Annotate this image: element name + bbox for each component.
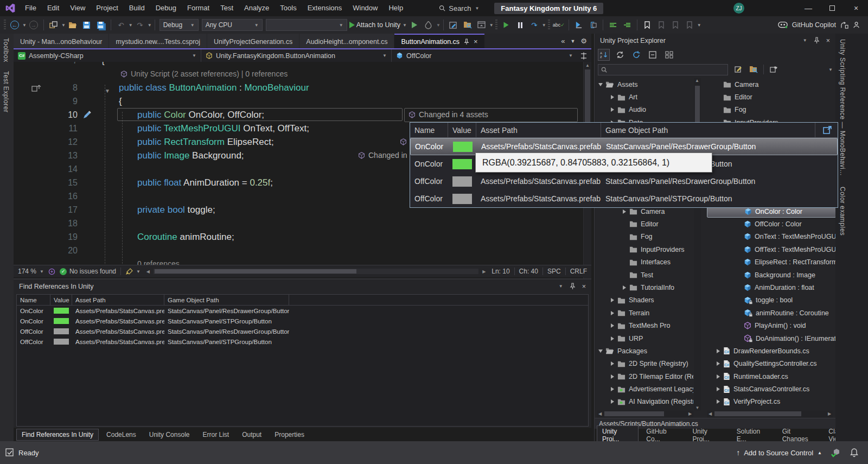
folder-tree-item[interactable]: 2D Tilemap Editor (Regis xyxy=(595,370,693,383)
contents-tree-item[interactable]: Editor xyxy=(707,91,836,103)
color-swatch[interactable] xyxy=(453,142,473,152)
bottom-tab-find-references-in-unity[interactable]: Find References In Unity xyxy=(16,429,99,441)
document-tab[interactable]: AudioHeight...omponent.cs xyxy=(299,34,394,48)
chevron-down-icon[interactable]: ▼ xyxy=(22,23,27,28)
chevron-right-icon[interactable] xyxy=(609,107,616,112)
table-column-header[interactable]: Asset Path xyxy=(72,295,164,305)
whitespace-indicator[interactable]: SPC xyxy=(543,268,565,275)
increase-indent-icon[interactable] xyxy=(621,18,634,31)
scroll-right-icon[interactable]: ▶ xyxy=(481,269,487,274)
code-cleanup-icon[interactable]: ▼ xyxy=(121,268,145,275)
contents-tree-item[interactable]: C#VerifyProject.cs xyxy=(707,396,836,408)
contents-tree-item[interactable]: toggle : bool xyxy=(707,294,836,307)
folder-tree-item[interactable]: Assets xyxy=(595,78,693,91)
contents-tree-item[interactable]: ElipseRect : RectTransform xyxy=(707,256,836,268)
copilot-label[interactable]: GitHub Copilot xyxy=(792,21,836,29)
navigate-back-button[interactable]: ← xyxy=(8,18,21,31)
chevron-right-icon[interactable] xyxy=(714,387,722,391)
folder-tree-item[interactable]: URP xyxy=(595,332,693,345)
color-swatch[interactable] xyxy=(54,308,69,314)
contents-tree-item[interactable]: OnText : TextMeshProUGUI xyxy=(707,231,836,243)
reference-row[interactable]: OffColorAssets/Prefabs/StatsCanvas.prefa… xyxy=(17,326,588,336)
column-indicator[interactable]: Ch: 40 xyxy=(515,268,542,275)
navigate-forward-button[interactable]: → xyxy=(27,18,40,31)
menu-analyze[interactable]: Analyze xyxy=(239,0,275,16)
eol-indicator[interactable]: CRLF xyxy=(566,268,591,275)
pin-icon[interactable] xyxy=(814,37,820,44)
bottom-tab-unity-console[interactable]: Unity Console xyxy=(144,429,195,441)
tree-horizontal-scrollbar[interactable]: ◀▶ xyxy=(597,410,693,417)
edit-window-icon[interactable] xyxy=(447,18,460,31)
bottom-tab-properties[interactable]: Properties xyxy=(269,429,310,441)
health-indicator[interactable]: ✓No issues found xyxy=(55,268,120,275)
folder-tree-item[interactable]: Advertisement Legacy (R xyxy=(595,383,693,395)
gear-icon[interactable]: ⚙ xyxy=(580,37,587,45)
color-swatch[interactable] xyxy=(54,339,69,345)
folder-tree-item[interactable]: 2D Sprite (Registry) xyxy=(595,358,693,370)
menu-window[interactable]: Window xyxy=(347,0,383,16)
chevron-right-icon[interactable] xyxy=(609,387,616,391)
scroll-tabs-icon[interactable]: « xyxy=(561,37,565,45)
code-line[interactable]: 18 xyxy=(14,217,583,230)
contents-horizontal-scrollbar[interactable]: ◀▶ xyxy=(707,410,833,417)
code-line[interactable]: 7{ xyxy=(14,62,583,67)
run-tests-icon[interactable] xyxy=(500,18,513,31)
contents-tree-item[interactable]: Fog xyxy=(707,104,836,116)
codelens-text[interactable]: Unity Script (2 asset references) | 0 re… xyxy=(120,67,288,82)
clear-bookmarks-icon[interactable] xyxy=(683,18,696,31)
close-icon[interactable]: × xyxy=(826,37,830,45)
table-column-header[interactable]: Value xyxy=(50,295,72,305)
start-without-debugging-button[interactable] xyxy=(408,18,421,31)
repeat-run-icon[interactable]: ↷ xyxy=(528,18,541,31)
contents-tree-item[interactable]: PlayAnim() : void xyxy=(707,319,836,332)
editor-horizontal-scrollbar[interactable] xyxy=(154,269,478,274)
unity-annotation[interactable] xyxy=(400,135,407,149)
color-swatch[interactable] xyxy=(452,176,472,187)
menu-edit[interactable]: Edit xyxy=(42,0,65,16)
table-column-header[interactable]: Game Object Path xyxy=(164,295,289,305)
folder-tree-item[interactable]: InputProviders xyxy=(595,243,693,256)
chevron-right-icon[interactable] xyxy=(609,361,616,366)
chevron-right-icon[interactable] xyxy=(609,336,616,341)
breadcrumb-member[interactable]: OffColor▼ xyxy=(392,49,591,62)
open-file-button[interactable] xyxy=(66,18,79,31)
folder-tree-item[interactable]: Art xyxy=(595,91,693,103)
code-line[interactable]: 9{ xyxy=(14,94,583,108)
close-icon[interactable]: × xyxy=(582,283,586,290)
redo-button[interactable]: ↷ xyxy=(133,18,146,31)
reference-row[interactable]: OffColorAssets/Prefabs/StatsCanvas.prefa… xyxy=(17,336,588,347)
minimize-button[interactable]: — xyxy=(796,0,820,16)
toggle-bookmark-icon[interactable] xyxy=(641,18,654,31)
live-share-icon[interactable] xyxy=(840,21,848,29)
notifications-bell-icon[interactable] xyxy=(850,448,858,457)
chevron-right-icon[interactable] xyxy=(621,209,628,214)
folder-tree-item[interactable]: Packages xyxy=(595,345,693,357)
sort-alphabetical-icon[interactable]: AZ xyxy=(598,49,610,61)
save-all-button[interactable] xyxy=(94,18,107,31)
chevron-right-icon[interactable] xyxy=(609,323,616,328)
popup-reference-row[interactable]: OffColorAssets/Prefabs/StatsCanvas.prefa… xyxy=(410,190,838,207)
folder-search-icon[interactable] xyxy=(461,18,474,31)
new-project-button[interactable] xyxy=(47,18,60,31)
menu-build[interactable]: Build xyxy=(124,0,150,16)
github-copilot-icon[interactable] xyxy=(778,21,788,29)
chevron-down-icon[interactable]: ▼ xyxy=(61,23,66,28)
chevron-right-icon[interactable] xyxy=(609,298,616,302)
chevron-right-icon[interactable] xyxy=(609,399,616,404)
document-tab[interactable]: mystudio.new....Tests.csproj xyxy=(109,34,207,48)
color-swatch[interactable] xyxy=(54,318,69,324)
go-to-line-icon[interactable] xyxy=(572,18,585,31)
chevron-right-icon[interactable] xyxy=(714,361,722,366)
scroll-up-icon[interactable]: ▲ xyxy=(694,78,700,83)
scroll-left-icon[interactable]: ◀ xyxy=(145,269,151,274)
reveal-in-folder-icon[interactable] xyxy=(748,63,760,75)
browser-preview-icon[interactable] xyxy=(475,18,488,31)
document-tab[interactable]: UnifyProjectGeneration.cs xyxy=(207,34,299,48)
chevron-down-icon[interactable] xyxy=(597,349,604,353)
chevron-right-icon[interactable] xyxy=(621,285,628,290)
contents-tree-item[interactable]: Background : Image xyxy=(707,269,836,281)
menu-debug[interactable]: Debug xyxy=(150,0,182,16)
menu-test[interactable]: Test xyxy=(215,0,239,16)
document-tab[interactable]: Unity - Man...onoBehaviour xyxy=(14,34,108,48)
unity-annotation[interactable]: Changed in xyxy=(358,149,407,162)
